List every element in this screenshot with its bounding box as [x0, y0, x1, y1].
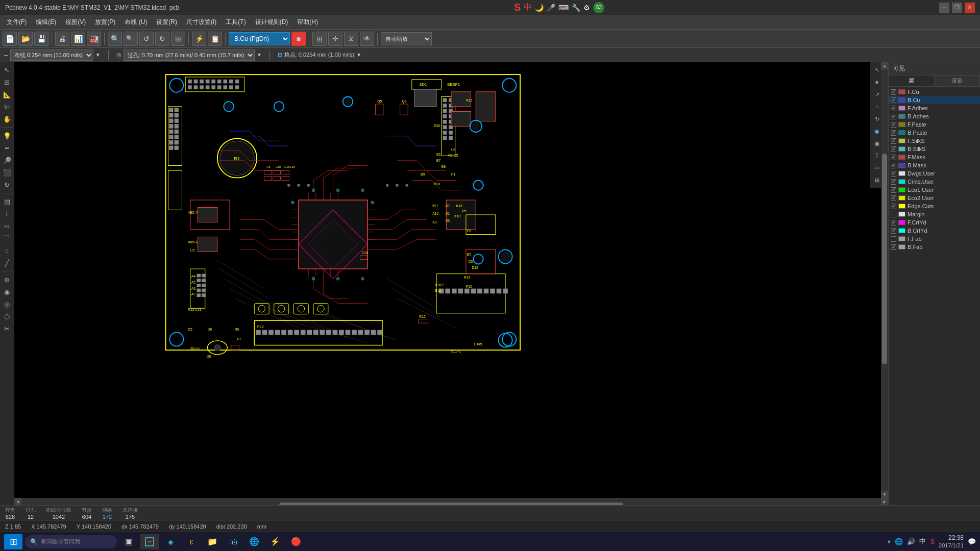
delete-tool[interactable]: ✂ [2, 323, 13, 334]
layer-item-f-crtyd[interactable]: ✓F.CrtYd [889, 218, 980, 227]
menu-route[interactable]: 布线 (U) [120, 16, 151, 28]
clock[interactable]: 22:38 2017/1/21 [939, 534, 964, 549]
menu-view[interactable]: 视图(V) [61, 16, 90, 28]
grid-button[interactable]: ⊞ [312, 32, 327, 46]
menu-file[interactable]: 文件(F) [3, 16, 31, 28]
pad-tool[interactable]: ◉ [2, 286, 13, 297]
taskbar-green-button[interactable]: 🌐 [245, 534, 263, 549]
layer-checkbox-cmts-user[interactable]: ✓ [891, 179, 896, 185]
layer-checkbox-b-silks[interactable]: ✓ [891, 146, 896, 152]
gerber-button[interactable]: 📊 [71, 32, 85, 46]
layer-checkbox-edge-cuts[interactable]: ✓ [891, 204, 896, 209]
layer-item-f-paste[interactable]: ✓F.Paste [889, 120, 980, 129]
new-button[interactable]: 📄 [3, 32, 17, 46]
polygon-tool[interactable]: ⬡ [2, 311, 13, 322]
taskbar-app2-button[interactable]: 🔴 [287, 534, 305, 549]
layer-item-b-paste[interactable]: ✓B.Paste [889, 129, 980, 137]
layer-manager-tool[interactable]: ▤ [2, 196, 13, 207]
layer-item-f-mask[interactable]: ✓F.Mask [889, 153, 980, 161]
layer-item-dwgs-user[interactable]: ✓Dwgs.User [889, 169, 980, 178]
save-button[interactable]: 💾 [34, 32, 48, 46]
restore-button[interactable]: ❐ [952, 3, 962, 13]
layer-checkbox-f-silks[interactable]: ✓ [891, 138, 896, 144]
right-tool-grid2[interactable]: ⊞ [871, 174, 883, 186]
taskbar-kicad-button[interactable]: ◈ [161, 534, 180, 549]
task-view-button[interactable]: ▣ [119, 534, 138, 549]
layer-checkbox-b-mask[interactable]: ✓ [891, 163, 896, 168]
h-scroll-thumb[interactable] [279, 503, 623, 505]
arc-tool[interactable]: ⌒ [2, 233, 13, 244]
taskbar-store-button[interactable]: 🛍 [224, 534, 242, 549]
layer-item-b-cu[interactable]: ✓B.Cu [889, 96, 980, 104]
layer-checkbox-b-crtyd[interactable]: ✓ [891, 228, 896, 234]
menu-design-rules[interactable]: 设计规则(D) [251, 16, 292, 28]
layer-checkbox-margin[interactable] [891, 212, 896, 217]
layer-item-b-silks[interactable]: ✓B.SilkS [889, 145, 980, 153]
layer-checkbox-f-mask[interactable]: ✓ [891, 155, 896, 160]
line-tool[interactable]: ╱ [2, 257, 13, 268]
layer-item-edge-cuts[interactable]: ✓Edge.Cuts [889, 202, 980, 210]
auto-zoom-select[interactable]: 自动缩放 [381, 32, 432, 45]
netlist-button[interactable]: 📋 [208, 32, 222, 46]
search-box[interactable]: 🔍 有问题尽管问我 [25, 535, 117, 548]
right-tool-drc[interactable]: ◉ [871, 126, 883, 137]
drag-tool[interactable]: ✋ [2, 113, 13, 124]
layer-checkbox-b-fab[interactable]: ✓ [891, 244, 896, 250]
layer-item-cmts-user[interactable]: ✓Cmts.User [889, 178, 980, 186]
layer-item-f-adhes[interactable]: ✓F.Adhes [889, 104, 980, 112]
measure-tool[interactable]: 📐 [2, 89, 13, 100]
layer-checkbox-f-crtyd[interactable]: ✓ [891, 220, 896, 226]
trace-width-item[interactable]: ─ 布线 0.254 mm (10.00 mils) ▼ [4, 49, 101, 61]
v-scroll-thumb[interactable] [882, 154, 887, 364]
via-size-select[interactable]: 过孔: 0.70 mm (27.6 mils)/ 0.40 mm (15.7 m… [124, 49, 255, 61]
tray-arrow[interactable]: ∧ [887, 539, 891, 544]
tab-render[interactable]: 渲染 [935, 76, 981, 86]
right-tool-circle[interactable]: ○ [871, 101, 883, 112]
pcb-canvas[interactable]: B1 485-A 485-B [14, 62, 888, 505]
fill-zones-tool[interactable]: ⬛ [2, 167, 13, 178]
trace-width-select[interactable]: 布线 0.254 mm (10.00 mils) [10, 49, 93, 61]
taskbar-explorer-button[interactable]: 📁 [203, 534, 222, 549]
layer-item-f-cu[interactable]: ✓F.Cu [889, 88, 980, 96]
zoom-fit-button[interactable]: ⊞ [171, 32, 185, 46]
taskbar-app1-button[interactable]: ⚡ [266, 534, 284, 549]
window-controls[interactable]: ─ ❐ ✕ [939, 3, 975, 13]
menu-tools[interactable]: 工具(T) [222, 16, 250, 28]
open-button[interactable]: 📂 [18, 32, 33, 46]
layer-item-margin[interactable]: Margin [889, 210, 980, 218]
highlight-tool[interactable]: 💡 [2, 130, 13, 141]
menu-help[interactable]: 帮助(H) [293, 16, 322, 28]
ime-label[interactable]: 中 [919, 537, 926, 546]
rotate-tool[interactable]: ↻ [2, 179, 13, 190]
layer-item-b-fab[interactable]: ✓B.Fab [889, 243, 980, 251]
notification-icon[interactable]: 💬 [968, 538, 976, 545]
layer-checkbox-eco1-user[interactable]: ✓ [891, 187, 896, 193]
scroll-right-button[interactable]: ► [881, 498, 888, 505]
taskbar-browser-button[interactable]: ε [182, 534, 201, 549]
layer-checkbox-b-cu[interactable]: ✓ [891, 97, 896, 103]
zoom-in-button[interactable]: 🔍 [108, 32, 122, 46]
menu-edit[interactable]: 编辑(E) [32, 16, 60, 28]
right-tool-dimension[interactable]: ⇿ [871, 162, 883, 173]
crosshair-button[interactable]: ✛ [328, 32, 342, 46]
layer-checkbox-f-fab[interactable] [891, 236, 896, 242]
tab-layers[interactable]: 层 [889, 76, 935, 86]
scroll-down-button[interactable]: ▼ [881, 491, 888, 498]
grid-tool[interactable]: ⊞ [2, 77, 13, 88]
select-tool[interactable]: ↖ [2, 64, 13, 76]
close-button[interactable]: ✕ [965, 3, 975, 13]
scroll-left-button[interactable]: ◄ [14, 498, 21, 505]
cursor-mode-tool[interactable]: ⊕ [2, 274, 13, 285]
minimize-button[interactable]: ─ [939, 3, 949, 13]
right-tool-select[interactable]: ↖ [871, 64, 883, 76]
layer-item-f-fab[interactable]: F.Fab [889, 235, 980, 243]
layer-item-b-adhes[interactable]: ✓B.Adhes [889, 112, 980, 120]
fab-button[interactable]: 🏭 [87, 32, 101, 46]
right-tool-text[interactable]: T [871, 150, 883, 161]
menu-place[interactable]: 放置(P) [91, 16, 119, 28]
zoom-tool[interactable]: In [2, 101, 13, 112]
zoom-undo-button[interactable]: ↺ [139, 32, 154, 46]
zoom-redo-button[interactable]: ↻ [155, 32, 169, 46]
layer-item-b-crtyd[interactable]: ✓B.CrtYd [889, 227, 980, 235]
layer-item-f-silks[interactable]: ✓F.SilkS [889, 137, 980, 145]
